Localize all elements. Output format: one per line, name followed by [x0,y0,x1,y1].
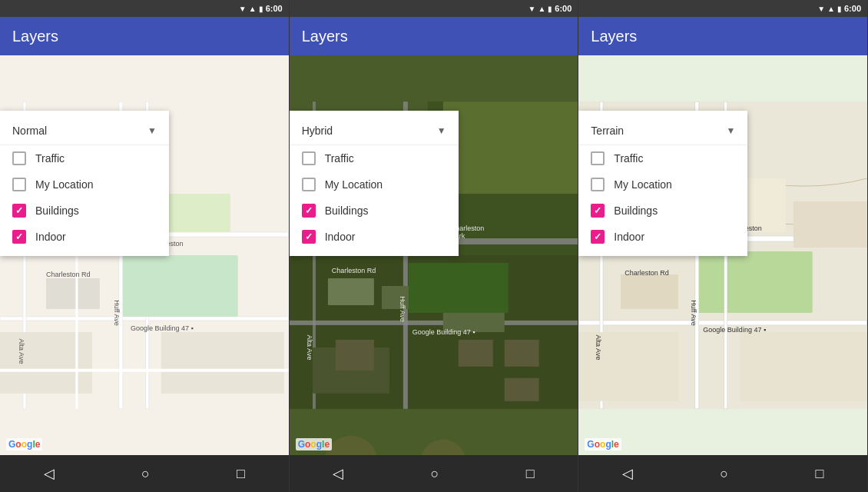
mylocation-checkbox-2[interactable] [302,178,316,191]
indoor-checkbox-2[interactable] [302,230,316,244]
layer-indoor-2[interactable]: Indoor [290,224,459,250]
home-button-3[interactable]: ○ [704,460,744,488]
recents-button-1[interactable]: □ [221,460,260,488]
layer-traffic-3[interactable]: Traffic [578,145,747,171]
alta-ave-label-3: Alta Ave [595,335,603,361]
layer-indoor-3[interactable]: Indoor [578,224,747,250]
layer-traffic-1[interactable]: Traffic [0,145,169,171]
map-container-2: Googleplex ▪ CharlestonPark Charleston R… [290,55,578,455]
charleston-rd-label-1: Charleston Rd [46,271,91,278]
dropdown-overlay-2[interactable]: Hybrid ▼ Traffic My Location Buildings I… [290,111,459,256]
buildings-checkbox-1[interactable] [12,204,26,218]
status-bar-1: ▼ ▲ ▮ 6:00 [0,0,289,17]
app-bar-2: Layers [290,17,578,55]
charleston-rd-label-2: Charleston Rd [332,267,376,274]
mylocation-label-3: My Location [614,178,671,191]
indoor-label-1: Indoor [35,231,66,243]
google-building-label-1: Google Building 47 ▪ [131,324,194,332]
back-button-2[interactable]: ◁ [317,459,359,488]
google-building-label-2: Google Building 47 ▪ [412,328,475,336]
panel-normal: ▼ ▲ ▮ 6:00 Layers [0,0,290,492]
traffic-label-3: Traffic [614,152,643,165]
charleston-rd-label-3: Charleston Rd [624,269,669,277]
buildings-label-1: Buildings [35,204,79,217]
svg-rect-5 [123,255,238,317]
map-type-select-2[interactable]: Hybrid ▼ [290,117,459,145]
battery-icon: ▮ [259,5,263,13]
buildings-checkbox-2[interactable] [302,204,316,218]
nav-bar-3: ◁ ○ □ [578,455,867,492]
status-icons-2: ▼ ▲ ▮ 6:00 [528,4,572,13]
svg-rect-39 [578,332,678,401]
map-container-1: Googleplex ▪ CharlestonPark Charleston R… [0,55,289,455]
google-building-label-3: Google Building 47 ▪ [703,326,766,334]
back-button-3[interactable]: ◁ [607,459,648,488]
buildings-label-2: Buildings [325,204,369,217]
map-type-selected-2: Hybrid [302,125,437,137]
svg-rect-40 [740,332,867,401]
alta-ave-label-2: Alta Ave [306,335,313,361]
wifi-icon: ▲ [249,5,257,13]
svg-rect-6 [46,278,100,309]
app-bar-1: Layers [0,17,289,55]
layer-mylocation-2[interactable]: My Location [290,171,459,198]
home-button-1[interactable]: ○ [126,460,165,488]
google-logo-1: Google [6,438,42,450]
svg-rect-32 [697,251,813,313]
layer-indoor-1[interactable]: Indoor [0,224,169,250]
alta-ave-label-1: Alta Ave [18,339,25,364]
signal-icon-2: ▼ [528,5,536,13]
mylocation-checkbox-1[interactable] [12,178,26,191]
layer-mylocation-1[interactable]: My Location [0,171,169,198]
indoor-checkbox-1[interactable] [12,230,26,244]
traffic-checkbox-1[interactable] [12,151,26,165]
traffic-checkbox-3[interactable] [591,151,605,165]
dropdown-overlay-1[interactable]: Normal ▼ Traffic My Location Buildings I… [0,111,169,256]
status-bar-3: ▼ ▲ ▮ 6:00 [578,0,867,17]
panel-hybrid: ▼ ▲ ▮ 6:00 Layers [290,0,579,492]
indoor-checkbox-3[interactable] [591,230,605,244]
svg-rect-8 [161,332,284,394]
svg-rect-27 [336,340,374,371]
status-time-2: 6:00 [555,4,571,13]
svg-point-25 [324,436,378,455]
battery-icon-3: ▮ [837,5,842,13]
svg-rect-34 [578,321,867,325]
layer-mylocation-3[interactable]: My Location [578,171,747,198]
recents-button-2[interactable]: □ [511,460,550,488]
map-container-3: Googleplex ▪ CharlestonPark Charleston R… [578,55,867,455]
status-icons-1: ▼ ▲ ▮ 6:00 [239,4,283,13]
recents-button-3[interactable]: □ [800,460,839,488]
dropdown-arrow-2: ▼ [437,125,446,136]
indoor-label-2: Indoor [325,231,356,243]
dropdown-overlay-3[interactable]: Terrain ▼ Traffic My Location Buildings … [578,111,747,256]
svg-rect-28 [458,340,492,367]
nav-bar-1: ◁ ○ □ [0,455,289,492]
status-time-1: 6:00 [266,4,283,13]
huff-ave-label-1: Huff Ave [113,300,121,326]
svg-rect-14 [442,101,578,194]
map-type-select-3[interactable]: Terrain ▼ [578,117,747,145]
map-type-select-1[interactable]: Normal ▼ [0,117,169,145]
layer-traffic-2[interactable]: Traffic [290,145,459,171]
layer-buildings-3[interactable]: Buildings [578,198,747,224]
app-title-3: Layers [591,28,637,45]
layer-buildings-1[interactable]: Buildings [0,198,169,224]
traffic-checkbox-2[interactable] [302,151,316,165]
svg-rect-21 [382,286,412,309]
panel-terrain: ▼ ▲ ▮ 6:00 Layers [578,0,868,492]
indoor-label-3: Indoor [614,231,644,243]
buildings-checkbox-3[interactable] [591,204,605,218]
status-time-3: 6:00 [844,4,861,13]
home-button-2[interactable]: ○ [416,460,455,488]
traffic-label-1: Traffic [35,152,65,165]
status-bar-2: ▼ ▲ ▮ 6:00 [290,0,578,17]
svg-rect-30 [504,378,538,401]
svg-rect-7 [0,332,92,394]
back-button-1[interactable]: ◁ [28,459,70,488]
layer-buildings-2[interactable]: Buildings [290,198,459,224]
mylocation-checkbox-3[interactable] [591,178,605,191]
map-type-selected-3: Terrain [591,125,726,137]
signal-icon-3: ▼ [817,5,825,13]
dropdown-arrow-1: ▼ [147,125,157,136]
